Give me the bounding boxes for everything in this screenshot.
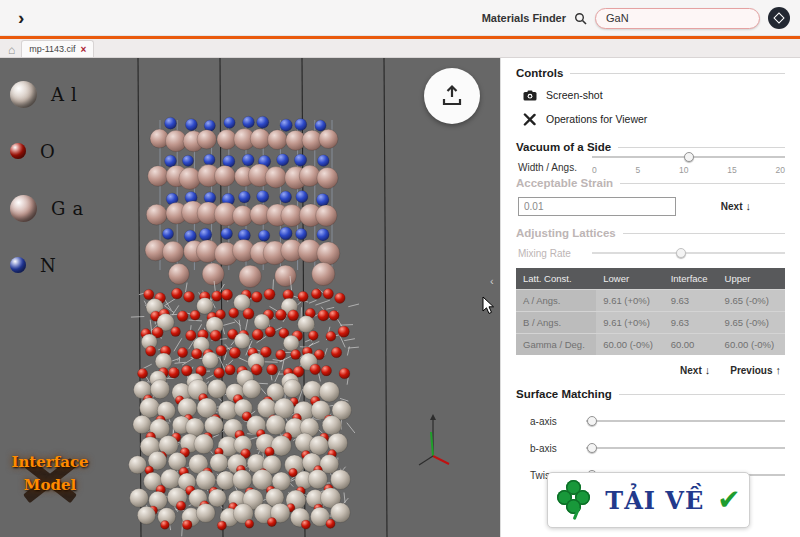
al-atom [331,470,351,490]
ga-atom [275,265,296,286]
o-atom [216,345,227,356]
lattice-next-button[interactable]: Next ↓ [680,364,710,376]
o-atom [252,329,263,340]
ga-atom [319,129,338,148]
cell-value: 9.65 (-0%) [718,312,785,334]
tick-label: 5 [636,165,641,175]
export-button[interactable] [424,68,480,124]
materials-finder-label[interactable]: Materials Finder [482,12,566,24]
search-input[interactable] [595,8,760,29]
o-atom [326,331,336,341]
watermark-line1: Interface [2,451,98,474]
app-logo-icon[interactable] [768,7,790,29]
o-atom [310,364,321,375]
al-atom [232,470,252,490]
a-axis-slider[interactable] [586,415,785,427]
mixing-rate-label: Mixing Rate [518,248,584,259]
al-atom [283,335,299,351]
structure-viewer[interactable]: AlOGaN Interface Model [0,58,500,537]
o-atom [265,327,275,337]
interface-model-watermark: Interface Model [2,451,98,513]
mixing-rate-slider[interactable] [592,247,785,259]
lattice-previous-button[interactable]: Previous ↑ [730,364,781,376]
o-atom [190,310,200,320]
tab-mp-1143[interactable]: mp-1143.cif × [21,40,94,57]
vacuum-width-slider[interactable] [592,151,785,163]
o-atom [251,364,262,375]
o-atom [191,349,202,360]
cell-value: 9.63 [664,312,718,334]
strain-input[interactable] [518,197,676,216]
ga-atom [179,168,201,190]
home-icon[interactable]: ⌂ [8,44,15,56]
camera-icon [522,90,537,101]
ga-atom [317,242,340,265]
cell-edge-line [384,58,387,537]
strain-next-button[interactable]: Next ↓ [721,200,751,212]
o-atom [225,365,235,375]
cell-value: 9.65 (-0%) [718,290,785,312]
n-atom [277,154,289,166]
ga-atom [169,264,190,285]
logo-diamond [773,12,784,23]
download-overlay[interactable]: TẢI VỀ ✔ [547,472,750,528]
vacuum-width-label: Width / Angs. [518,162,584,173]
operations-button[interactable]: Operations for Viewer [522,110,785,128]
ga-atom [239,265,261,287]
n-atom [165,117,177,129]
lattice-table: Latt. Const.LowerInterfaceUpper A / Angs… [516,268,785,355]
collapse-panel-icon[interactable]: ‹ [490,276,494,287]
a-axis-slider-handle[interactable] [587,416,597,426]
tick-label: 20 [776,165,785,175]
screenshot-button[interactable]: Screen-shot [522,86,785,104]
al-atom [197,298,214,315]
b-axis-slider[interactable] [586,442,785,454]
o-atom [176,501,186,511]
o-atom [243,308,254,319]
legend-label: Ga [51,198,90,219]
o-atom [144,289,154,299]
n-atom [315,120,326,131]
al-atom [322,416,341,435]
n-atom [295,119,307,131]
n-atom [296,228,307,239]
ga-atom [317,168,338,189]
al-atom [196,504,215,523]
al-atom [208,379,227,398]
o-atom [251,292,262,303]
o-atom [323,289,333,299]
download-label: TẢI VỀ [605,486,704,515]
vacuum-slider-handle[interactable] [684,152,694,162]
o-atom [267,364,278,375]
al-atom [266,415,286,435]
o-atom [276,350,286,360]
mixing-rate-handle[interactable] [676,248,686,258]
n-atom [258,230,269,241]
ga-atom [312,262,335,285]
al-atom [319,382,339,402]
ga-atom [316,205,337,226]
al-atom [234,333,250,349]
ga-atom [268,130,288,150]
n-atom [224,117,235,128]
search-icon[interactable] [574,12,587,25]
b-axis-slider-handle[interactable] [587,443,597,453]
n-atom [317,229,329,241]
legend-item-ga: Ga [10,188,90,228]
legend-label: N [40,255,63,276]
o-atom [171,327,181,337]
o-atom [146,346,156,356]
a-axis-label: a-axis [530,416,578,427]
al-atom [150,380,169,399]
n-sphere-icon [10,257,26,273]
o-atom [138,368,148,378]
al-atom [130,489,149,508]
ga-sphere-icon [10,195,37,222]
al-atom [242,380,261,399]
column-header: Interface [664,268,718,290]
tab-close-icon[interactable]: × [81,44,87,55]
back-chevron-icon[interactable]: › [18,8,24,27]
n-atom [182,155,193,166]
al-atom [129,456,147,474]
o-atom [221,289,232,300]
